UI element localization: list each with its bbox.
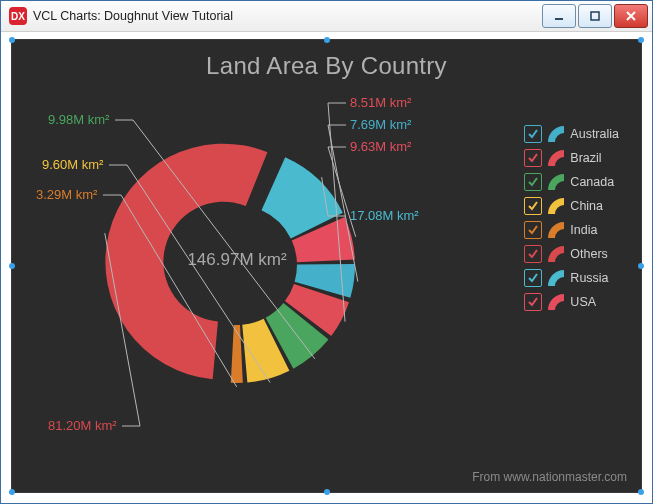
legend-checkbox[interactable]: [524, 173, 542, 191]
legend-swatch-icon: [548, 270, 564, 286]
slice-india[interactable]: [231, 325, 243, 383]
legend-item-brazil[interactable]: Brazil: [524, 146, 619, 170]
chart-title: Land Area By Country: [12, 52, 641, 80]
slice-others[interactable]: [105, 144, 267, 380]
legend-checkbox[interactable]: [524, 221, 542, 239]
legend-label: Russia: [570, 271, 608, 285]
value-label-others: 81.20M km²: [48, 418, 117, 433]
legend-swatch-icon: [548, 222, 564, 238]
legend-checkbox[interactable]: [524, 125, 542, 143]
titlebar[interactable]: DX VCL Charts: Doughnut View Tutorial: [1, 1, 652, 32]
value-label-india: 3.29M km²: [36, 187, 97, 202]
window-title: VCL Charts: Doughnut View Tutorial: [33, 9, 540, 23]
legend-label: Canada: [570, 175, 614, 189]
legend-swatch-icon: [548, 126, 564, 142]
legend-label: Australia: [570, 127, 619, 141]
legend-swatch-icon: [548, 198, 564, 214]
legend-swatch-icon: [548, 246, 564, 262]
maximize-button[interactable]: [578, 4, 612, 28]
legend-label: India: [570, 223, 597, 237]
legend-checkbox[interactable]: [524, 149, 542, 167]
legend-checkbox[interactable]: [524, 245, 542, 263]
close-button[interactable]: [614, 4, 648, 28]
legend-swatch-icon: [548, 150, 564, 166]
legend-label: China: [570, 199, 603, 213]
legend-checkbox[interactable]: [524, 293, 542, 311]
legend-item-russia[interactable]: Russia: [524, 266, 619, 290]
legend-item-canada[interactable]: Canada: [524, 170, 619, 194]
legend-label: USA: [570, 295, 596, 309]
app-icon: DX: [9, 7, 27, 25]
value-label-china: 9.60M km²: [42, 157, 103, 172]
value-label-usa: 9.63M km²: [350, 139, 411, 154]
chart-credit: From www.nationmaster.com: [472, 470, 627, 484]
legend-item-others[interactable]: Others: [524, 242, 619, 266]
app-window: DX VCL Charts: Doughnut View Tutorial La…: [0, 0, 653, 504]
value-label-australia: 7.69M km²: [350, 117, 411, 132]
value-label-canada: 9.98M km²: [48, 112, 109, 127]
legend-item-india[interactable]: India: [524, 218, 619, 242]
legend-swatch-icon: [548, 294, 564, 310]
svg-rect-1: [591, 12, 599, 20]
legend-label: Brazil: [570, 151, 601, 165]
legend: AustraliaBrazilCanadaChinaIndiaOthersRus…: [524, 122, 619, 314]
minimize-button[interactable]: [542, 4, 576, 28]
value-label-russia: 17.08M km²: [350, 208, 419, 223]
value-label-brazil: 8.51M km²: [350, 95, 411, 110]
legend-checkbox[interactable]: [524, 197, 542, 215]
legend-item-australia[interactable]: Australia: [524, 122, 619, 146]
chart-panel: Land Area By Country 146.97M km² Austral…: [11, 39, 642, 493]
legend-item-usa[interactable]: USA: [524, 290, 619, 314]
legend-label: Others: [570, 247, 608, 261]
legend-checkbox[interactable]: [524, 269, 542, 287]
legend-item-china[interactable]: China: [524, 194, 619, 218]
legend-swatch-icon: [548, 174, 564, 190]
